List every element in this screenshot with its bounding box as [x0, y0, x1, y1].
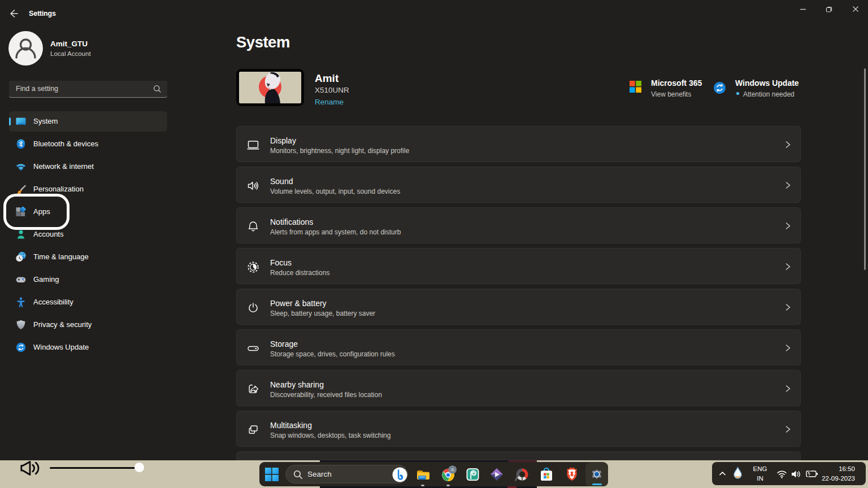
svg-text:a: a	[451, 467, 454, 472]
